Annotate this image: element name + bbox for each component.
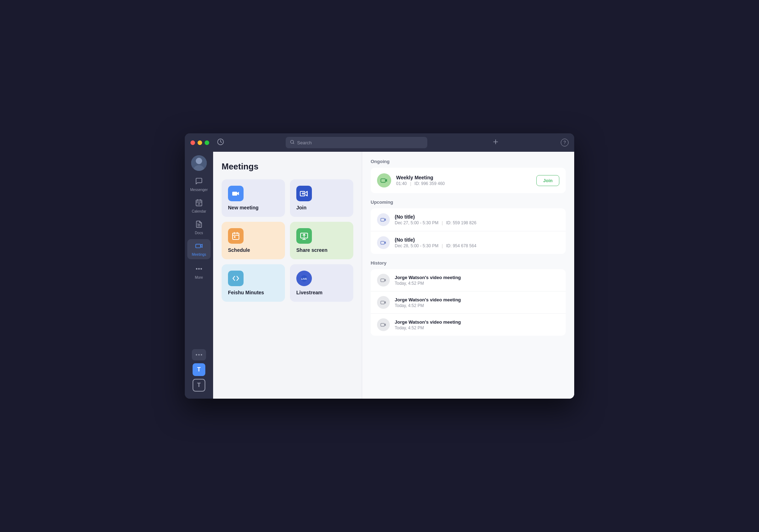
help-button[interactable]: ?: [561, 139, 569, 146]
upcoming-meta-0: Dec 27, 5:00 - 5:30 PM | ID: 559 198 826: [395, 220, 476, 225]
new-meeting-label: New meeting: [228, 205, 279, 210]
upcoming-title-1: (No title): [395, 237, 476, 243]
share-screen-label: Share screen: [296, 247, 347, 253]
feishu-minutes-label: Feishu Minutes: [228, 290, 279, 295]
history-name-1: Jorge Watson's video meeting: [395, 297, 461, 302]
history-name-2: Jorge Watson's video meeting: [395, 319, 461, 325]
sidebar-dots-button[interactable]: [192, 349, 206, 360]
svg-rect-29: [234, 236, 235, 238]
history-icon-0: [377, 274, 390, 287]
svg-rect-15: [196, 244, 201, 248]
titlebar: Search ?: [185, 133, 574, 152]
upcoming-section-box: (No title) Dec 27, 5:00 - 5:30 PM | ID: …: [371, 208, 566, 254]
content-area: Meetings New meeting: [213, 152, 574, 399]
minimize-button[interactable]: [198, 140, 202, 145]
share-screen-icon: [296, 228, 312, 244]
svg-point-17: [196, 268, 197, 270]
history-icon[interactable]: [217, 138, 224, 147]
sidebar-item-calendar[interactable]: 29 Calendar: [187, 196, 211, 216]
sidebar-item-docs[interactable]: Docs: [187, 218, 211, 238]
new-meeting-card[interactable]: New meeting: [222, 179, 285, 217]
livestream-label: Livestream: [296, 290, 347, 295]
svg-rect-25: [233, 233, 239, 239]
sidebar-item-meetings-label: Meetings: [192, 253, 206, 256]
history-time-2: Today, 4:52 PM: [395, 325, 461, 330]
upcoming-section-label: Upcoming: [371, 200, 566, 205]
history-section-box: Jorge Watson's video meeting Today, 4:52…: [371, 269, 566, 336]
history-info-0: Jorge Watson's video meeting Today, 4:52…: [395, 275, 461, 286]
new-meeting-icon: [228, 186, 244, 201]
svg-line-2: [293, 143, 294, 144]
history-time-1: Today, 4:52 PM: [395, 303, 461, 308]
messenger-icon: [195, 177, 203, 187]
svg-point-6: [196, 158, 202, 164]
ongoing-meeting-name: Weekly Meeting: [396, 175, 531, 180]
left-panel: Meetings New meeting: [213, 152, 362, 399]
feishu-minutes-card[interactable]: Feishu Minutes: [222, 264, 285, 302]
right-panel: Ongoing Weekly Meeting 01:40 | ID:: [362, 152, 574, 399]
ongoing-meeting-card: Weekly Meeting 01:40 | ID: 996 359 460 J…: [371, 168, 566, 193]
maximize-button[interactable]: [205, 140, 209, 145]
svg-rect-20: [232, 192, 237, 196]
more-icon: [195, 265, 203, 274]
sidebar-item-more-label: More: [195, 276, 203, 279]
search-bar[interactable]: Search: [286, 137, 427, 148]
svg-rect-44: [381, 301, 385, 304]
user-avatar[interactable]: [191, 155, 207, 171]
schedule-icon: [228, 228, 244, 244]
upcoming-title-0: (No title): [395, 214, 476, 220]
history-item-2[interactable]: Jorge Watson's video meeting Today, 4:52…: [371, 314, 566, 336]
upcoming-icon-0: [377, 213, 390, 226]
upcoming-item-1[interactable]: (No title) Dec 28, 5:00 - 5:30 PM | ID: …: [371, 231, 566, 254]
history-item-0[interactable]: Jorge Watson's video meeting Today, 4:52…: [371, 269, 566, 291]
schedule-label: Schedule: [228, 247, 279, 253]
upcoming-icon-1: [377, 236, 390, 249]
join-meeting-button[interactable]: Join: [536, 175, 559, 186]
history-info-1: Jorge Watson's video meeting Today, 4:52…: [395, 297, 461, 308]
livestream-icon: LIVE: [296, 271, 312, 286]
tenant-badge-2[interactable]: T: [193, 379, 205, 392]
livestream-card[interactable]: LIVE Livestream: [290, 264, 353, 302]
upcoming-info-1: (No title) Dec 28, 5:00 - 5:30 PM | ID: …: [395, 237, 476, 248]
feishu-minutes-icon: [228, 271, 244, 286]
svg-rect-42: [381, 279, 385, 282]
help-icon: ?: [564, 140, 566, 145]
svg-rect-46: [381, 323, 385, 326]
history-name-0: Jorge Watson's video meeting: [395, 275, 461, 280]
svg-rect-40: [381, 241, 385, 244]
sidebar-item-more[interactable]: More: [187, 262, 211, 282]
upcoming-info-0: (No title) Dec 27, 5:00 - 5:30 PM | ID: …: [395, 214, 476, 225]
history-info-2: Jorge Watson's video meeting Today, 4:52…: [395, 319, 461, 330]
meetings-icon: [195, 242, 203, 251]
history-item-1[interactable]: Jorge Watson's video meeting Today, 4:52…: [371, 291, 566, 314]
history-time-0: Today, 4:52 PM: [395, 281, 461, 286]
sidebar-bottom: T T: [192, 349, 206, 395]
tenant-badge-1[interactable]: T: [193, 363, 205, 376]
svg-marker-21: [237, 192, 239, 195]
svg-rect-38: [381, 218, 385, 221]
join-label: Join: [296, 205, 347, 210]
close-button[interactable]: [190, 140, 195, 145]
ongoing-meeting-avatar: [377, 173, 391, 187]
join-card[interactable]: Join: [290, 179, 353, 217]
main-layout: Messenger 29 Calendar: [185, 152, 574, 399]
schedule-card[interactable]: Schedule: [222, 222, 285, 259]
upcoming-meta-1: Dec 28, 5:00 - 5:30 PM | ID: 954 678 564: [395, 243, 476, 248]
meeting-grid: New meeting Join: [222, 179, 353, 302]
sidebar-item-messenger-label: Messenger: [190, 188, 207, 192]
sidebar-item-messenger[interactable]: Messenger: [187, 174, 211, 195]
svg-point-18: [199, 268, 200, 270]
sidebar-item-meetings[interactable]: Meetings: [187, 239, 211, 259]
search-icon: [290, 140, 295, 145]
svg-text:29: 29: [198, 203, 200, 205]
add-button[interactable]: [492, 138, 499, 147]
traffic-lights: [190, 140, 209, 145]
ongoing-meeting-meta: 01:40 | ID: 996 359 460: [396, 181, 531, 186]
svg-text:LIVE: LIVE: [301, 277, 307, 281]
share-screen-card[interactable]: Share screen: [290, 222, 353, 259]
svg-rect-36: [381, 179, 386, 182]
upcoming-item-0[interactable]: (No title) Dec 27, 5:00 - 5:30 PM | ID: …: [371, 208, 566, 231]
sidebar: Messenger 29 Calendar: [185, 152, 213, 399]
sidebar-item-calendar-label: Calendar: [192, 209, 206, 213]
docs-icon: [195, 220, 203, 230]
